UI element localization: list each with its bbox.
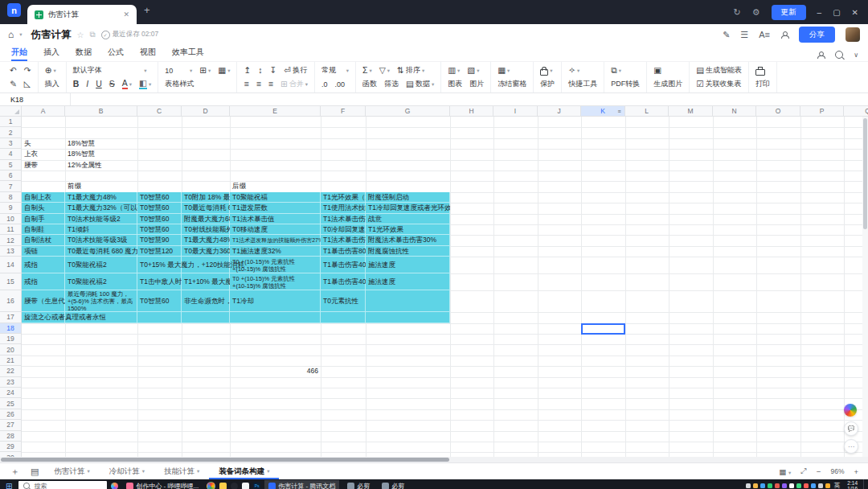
row-header-4[interactable]: 4 (0, 149, 22, 159)
row-header-1[interactable]: 1 (0, 117, 22, 127)
toolbar-button[interactable]: ▤生成智能表 (696, 65, 742, 76)
cell[interactable]: 后缀 (230, 181, 321, 191)
cell[interactable]: T1暴击伤害80% (321, 246, 366, 257)
zoom-in-button[interactable]: + (854, 467, 858, 476)
row-header-9[interactable]: 9 (0, 203, 22, 213)
v-scroll-thumb[interactable] (863, 118, 867, 229)
row-header-18[interactable]: 18 (0, 323, 22, 334)
toolbar-button[interactable]: 10▾ (165, 67, 192, 75)
share-button[interactable]: 分享 (799, 27, 835, 43)
toolbar-button[interactable]: 冻结窗格 (497, 79, 526, 89)
show-desktop-button[interactable] (863, 479, 866, 489)
column-header-O[interactable]: O (756, 106, 800, 117)
cell[interactable]: 腰带（生息代偿） (22, 290, 65, 312)
cell[interactable]: 旋流之心或者真理或者永恒 (22, 312, 65, 323)
document-tab[interactable]: 伤害计算 ✕ (27, 5, 137, 24)
sync-icon[interactable]: ↻ (734, 7, 741, 18)
column-header-E[interactable]: E (230, 106, 321, 117)
taskbar-search[interactable]: 搜索 (18, 481, 107, 489)
row-header-8[interactable]: 8 (0, 192, 22, 203)
cell[interactable]: T0智慧60 (137, 192, 182, 203)
collapse-toolbar-icon[interactable]: ∨ (854, 51, 858, 59)
taskbar-clock[interactable]: 2:141/16 (844, 480, 861, 489)
cell[interactable]: 最近每消耗 100 魔力， +(5-6)% 法术伤害，最高 1500% (65, 290, 137, 312)
tab-close-icon[interactable]: ✕ (123, 10, 129, 18)
row-header-24[interactable]: 24 (0, 388, 22, 398)
select-all-corner[interactable] (0, 106, 22, 117)
toolbar-button[interactable]: 快捷工具 (568, 79, 597, 89)
cell[interactable]: T1光环效果（或者 (321, 192, 366, 203)
toolbar-button[interactable]: I (86, 80, 88, 88)
cell[interactable]: 自制头 (22, 203, 65, 213)
toolbar-button[interactable]: S (109, 80, 115, 88)
cell[interactable]: 头 (22, 138, 65, 149)
cell[interactable]: T1施法速度32% (230, 246, 321, 257)
restore-button[interactable]: ▢ (833, 8, 840, 17)
cell[interactable]: T0+15% 最大魔力，+120技能消耗 (137, 257, 182, 273)
row-header-17[interactable]: 17 (0, 312, 22, 323)
column-header-H[interactable]: H (450, 106, 493, 117)
cell[interactable]: T0 +(10-15)% 元素抗性 +(10-15)% 腐蚀抗性 (230, 273, 321, 290)
cell[interactable]: T0法术技能等级3级 (65, 235, 137, 245)
column-header-C[interactable]: C (137, 106, 182, 117)
toolbar-button[interactable]: 表格样式 (165, 79, 194, 89)
selected-cell-K18[interactable] (581, 323, 625, 335)
cell[interactable]: 附魔法术暴击伤害30% (366, 235, 450, 245)
toolbar-button[interactable]: ▧▾ (467, 66, 479, 75)
column-header-Q[interactable]: Q (844, 106, 868, 117)
toolbar-button[interactable]: ⊕▾ (45, 66, 56, 75)
cell[interactable]: 附魔强制启动 (366, 192, 450, 203)
start-button[interactable]: ⊞ (3, 482, 14, 489)
close-button[interactable]: ✕ (852, 8, 858, 17)
toolbar-button[interactable]: 图表 (448, 79, 462, 89)
cell[interactable]: 12%全属性 (65, 160, 137, 171)
toolbar-button[interactable]: 默认字体▾ (73, 65, 147, 76)
invite-user-icon[interactable] (817, 51, 825, 59)
cell[interactable]: T1最大魔力48% (65, 192, 137, 203)
spreadsheet-grid[interactable]: 头18%智慧上衣18%智慧腰带12%全属性前缀后缀自制上衣T1最大魔力48%T0… (0, 106, 868, 462)
cell[interactable]: 自制手 (22, 214, 65, 224)
cell[interactable]: 18%智慧 (65, 138, 137, 149)
text-style-icon[interactable]: A≡ (759, 30, 770, 39)
row-header-2[interactable]: 2 (0, 127, 22, 138)
cell[interactable]: 前缀 (65, 181, 137, 191)
cell[interactable]: 戒指 (22, 257, 65, 273)
cell[interactable]: 自制法杖 (22, 235, 65, 245)
cell[interactable]: 自制鞋 (22, 224, 65, 235)
column-header-N[interactable]: N (713, 106, 756, 117)
toolbar-button[interactable]: ⊞合并▾ (280, 79, 308, 89)
cell[interactable]: T1迸发层数 (230, 203, 321, 213)
cell[interactable]: T0聚能祝福 (230, 192, 321, 203)
cell[interactable]: T1法术暴击值 (230, 214, 321, 224)
column-header-I[interactable]: I (493, 106, 538, 117)
cell[interactable]: T1法术暴击伤害 (321, 235, 366, 245)
sheet-tab-3[interactable]: 装备词条构建▾ (209, 463, 279, 479)
toolbar-button[interactable]: A▾ (122, 79, 132, 89)
ribbon-tab-4[interactable]: 视图 (140, 47, 156, 61)
cell[interactable]: T0智慧120 (137, 246, 182, 257)
cell[interactable]: T0元素抗性 (321, 290, 366, 312)
cell[interactable]: 施法速度 (366, 257, 450, 273)
row-header-27[interactable]: 27 (0, 420, 22, 430)
cell[interactable]: T0最近每消耗 6 (182, 203, 230, 213)
toolbar-button[interactable]: .00 (335, 80, 346, 88)
toolbar-button[interactable]: ✎ (10, 80, 17, 88)
h-scroll-thumb[interactable] (1, 458, 449, 462)
search-icon[interactable] (835, 51, 843, 59)
cell[interactable]: T0法术技能等级2 (65, 214, 137, 224)
toolbar-button[interactable]: ↶ (10, 66, 17, 75)
cell[interactable]: T0最近每消耗 680 魔力， (65, 246, 137, 257)
cell[interactable]: T0智慧60 (137, 214, 182, 224)
toolbar-button[interactable]: 筛选 (384, 79, 399, 89)
column-header-D[interactable]: D (182, 106, 230, 117)
sheet-tab-caret-icon[interactable]: ▾ (142, 468, 145, 475)
row-header-23[interactable]: 23 (0, 377, 22, 388)
grid-view-icon[interactable]: ▦ ▾ (779, 467, 791, 476)
zoom-level[interactable]: 96% (830, 467, 844, 475)
toolbar-button[interactable]: ↥ (244, 66, 251, 75)
star-icon[interactable]: ☆ (77, 31, 84, 39)
toolbar-button[interactable]: ▣ (653, 66, 661, 75)
taskbar-task[interactable]: 必剪 (378, 480, 408, 489)
vertical-scrollbar[interactable] (862, 117, 868, 457)
settings-gear-icon[interactable]: ⚙ (752, 7, 760, 18)
